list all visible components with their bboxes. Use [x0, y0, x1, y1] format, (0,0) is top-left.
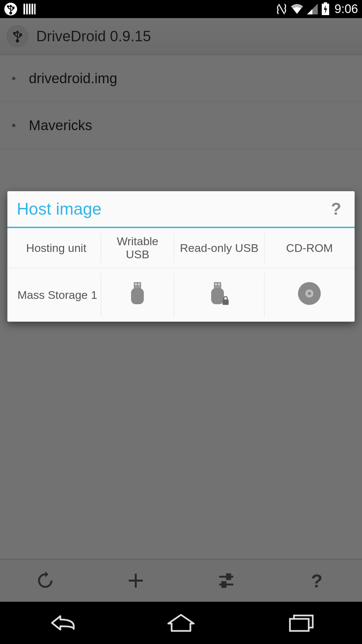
- usb-status-icon: [4, 2, 17, 16]
- status-bar: 9:06: [0, 0, 362, 18]
- svg-point-2: [7, 6, 9, 7]
- svg-rect-23: [135, 283, 137, 285]
- svg-rect-29: [211, 288, 224, 304]
- dialog-help-button[interactable]: ?: [327, 199, 345, 219]
- svg-rect-11: [324, 2, 327, 4]
- svg-point-33: [308, 292, 311, 295]
- vibrate-icon: [276, 3, 288, 15]
- svg-rect-7: [29, 4, 31, 14]
- usb-drive-lock-icon: [209, 281, 229, 308]
- back-button[interactable]: [27, 606, 94, 640]
- svg-rect-8: [32, 4, 33, 14]
- svg-rect-5: [23, 4, 25, 14]
- status-time: 9:06: [335, 2, 358, 16]
- barcode-status-icon: [23, 2, 36, 16]
- svg-point-4: [10, 12, 12, 14]
- battery-charging-icon: [321, 2, 330, 16]
- recent-apps-button[interactable]: [268, 606, 335, 640]
- svg-rect-34: [290, 619, 309, 631]
- svg-rect-28: [218, 283, 220, 285]
- dialog-header: Host image ?: [7, 191, 355, 228]
- cdrom-icon: [297, 281, 321, 308]
- svg-rect-26: [214, 282, 221, 289]
- svg-rect-24: [138, 283, 140, 285]
- readonly-usb-button[interactable]: [174, 268, 264, 322]
- usb-drive-icon: [129, 281, 146, 308]
- col-header-readonly-usb: Read-only USB: [174, 228, 264, 268]
- dialog-title: Host image: [17, 199, 102, 219]
- svg-rect-25: [131, 288, 144, 304]
- wifi-icon: [290, 3, 304, 15]
- host-image-dialog: Host image ? Hosting unit Writable USB R…: [7, 191, 355, 322]
- hosting-unit-name: Mass Storage 1: [7, 268, 101, 322]
- dialog-row: Mass Storage 1: [7, 268, 355, 322]
- svg-rect-9: [34, 4, 36, 14]
- writable-usb-button[interactable]: [101, 268, 174, 322]
- navigation-bar: [0, 602, 362, 644]
- svg-rect-27: [215, 283, 217, 285]
- cdrom-button[interactable]: [264, 268, 355, 322]
- dialog-header-row: Hosting unit Writable USB Read-only USB …: [7, 228, 355, 268]
- signal-icon: [306, 3, 318, 15]
- col-header-hosting-unit: Hosting unit: [7, 228, 101, 268]
- svg-rect-3: [13, 7, 14, 8]
- svg-rect-30: [223, 300, 229, 305]
- svg-rect-22: [134, 282, 141, 289]
- svg-rect-6: [26, 4, 28, 14]
- home-button[interactable]: [147, 606, 215, 640]
- col-header-cdrom: CD-ROM: [264, 228, 355, 268]
- col-header-writable-usb: Writable USB: [101, 228, 174, 268]
